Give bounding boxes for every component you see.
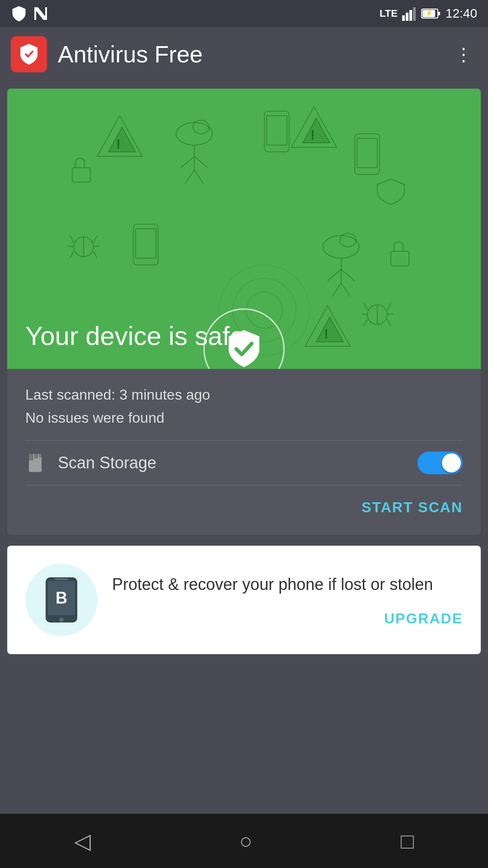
svg-rect-48 — [133, 224, 158, 265]
svg-line-36 — [70, 251, 74, 258]
svg-text:!: ! — [324, 327, 328, 341]
app-title: Antivirus Free — [58, 41, 203, 68]
shield-status-icon — [11, 5, 27, 22]
svg-rect-6 — [438, 12, 440, 15]
svg-marker-0 — [34, 7, 47, 20]
svg-point-24 — [193, 120, 209, 134]
status-left-icons — [11, 5, 49, 22]
svg-line-44 — [364, 319, 367, 326]
battery-icon: ⚡ — [421, 7, 441, 20]
svg-line-47 — [387, 319, 391, 326]
svg-line-22 — [185, 170, 194, 184]
svg-rect-54 — [72, 168, 90, 182]
protect-text-content: Protect & recover your phone if lost or … — [112, 573, 463, 627]
svg-line-29 — [332, 283, 341, 297]
protect-phone-icon: B — [34, 573, 89, 627]
recent-apps-button[interactable]: □ — [401, 829, 414, 854]
home-button[interactable]: ○ — [239, 829, 252, 854]
svg-line-34 — [70, 236, 74, 242]
protect-description: Protect & recover your phone if lost or … — [112, 573, 463, 596]
lte-label: LTE — [380, 8, 398, 19]
svg-line-46 — [387, 314, 393, 315]
time-display: 12:40 — [446, 6, 477, 21]
upgrade-button[interactable]: UPGRADE — [112, 610, 463, 627]
svg-point-18 — [176, 123, 212, 145]
sd-card-icon — [25, 452, 47, 474]
svg-rect-3 — [409, 10, 412, 21]
svg-line-21 — [194, 156, 208, 168]
svg-text:!: ! — [117, 137, 120, 151]
svg-text:B: B — [56, 589, 67, 607]
svg-text:!: ! — [311, 128, 314, 142]
svg-line-37 — [94, 236, 97, 242]
start-scan-button[interactable]: START SCAN — [361, 495, 463, 520]
device-safe-text: Your device is safe — [25, 321, 244, 351]
scan-storage-toggle[interactable] — [418, 452, 463, 474]
divider-1 — [25, 440, 463, 441]
svg-marker-10 — [108, 127, 136, 152]
svg-rect-66 — [55, 578, 68, 580]
protect-icon-circle: B — [25, 564, 98, 636]
svg-rect-53 — [357, 138, 377, 168]
green-safety-card: ! ! ! — [7, 89, 481, 369]
scan-info: Last scanned: 3 minutes ago No issues we… — [25, 383, 463, 429]
status-right-icons: LTE ⚡ 12:40 — [380, 6, 477, 21]
scan-storage-left: Scan Storage — [25, 452, 156, 474]
svg-rect-58 — [391, 251, 409, 266]
back-button[interactable]: ◁ — [74, 828, 91, 854]
svg-point-65 — [59, 618, 64, 622]
app-logo — [11, 36, 47, 72]
signal-icon — [402, 6, 417, 21]
svg-line-35 — [68, 246, 74, 247]
svg-rect-62 — [39, 454, 42, 458]
last-scanned-text: Last scanned: 3 minutes ago — [25, 383, 463, 406]
no-issues-text: No issues were found — [25, 406, 463, 429]
svg-rect-52 — [355, 134, 380, 175]
divider-2 — [25, 485, 463, 486]
scan-storage-row: Scan Storage — [25, 452, 463, 474]
svg-rect-2 — [406, 13, 408, 21]
svg-line-23 — [194, 170, 203, 184]
svg-line-39 — [94, 251, 97, 258]
svg-rect-50 — [264, 111, 289, 152]
status-bar: LTE ⚡ 12:40 — [0, 0, 488, 27]
svg-rect-49 — [136, 229, 156, 258]
svg-rect-60 — [29, 454, 33, 460]
app-bar-left: Antivirus Free — [11, 36, 203, 72]
svg-line-38 — [94, 246, 99, 247]
app-bar: Antivirus Free ⋮ — [0, 27, 488, 81]
svg-text:⚡: ⚡ — [425, 9, 433, 17]
app-logo-icon — [17, 42, 41, 66]
svg-line-27 — [328, 269, 341, 281]
navigation-bar: ◁ ○ □ — [0, 814, 488, 868]
svg-line-42 — [364, 303, 367, 310]
svg-line-20 — [181, 156, 194, 168]
svg-line-45 — [387, 303, 391, 310]
n-status-icon — [33, 5, 49, 22]
scan-storage-label: Scan Storage — [58, 453, 156, 472]
info-card: Last scanned: 3 minutes ago No issues we… — [7, 369, 481, 535]
svg-rect-1 — [402, 15, 405, 21]
svg-rect-51 — [267, 116, 287, 145]
overflow-menu-button[interactable]: ⋮ — [450, 39, 477, 69]
svg-rect-61 — [34, 454, 38, 458]
svg-marker-16 — [316, 317, 343, 342]
protect-card: B Protect & recover your phone if lost o… — [7, 546, 481, 654]
svg-point-31 — [340, 233, 356, 247]
svg-line-43 — [361, 314, 367, 315]
svg-line-30 — [341, 283, 350, 297]
svg-rect-4 — [413, 7, 416, 21]
svg-marker-13 — [303, 118, 330, 143]
toggle-knob — [442, 453, 461, 472]
main-content: ! ! ! — [0, 81, 488, 661]
svg-point-25 — [323, 236, 359, 258]
svg-line-28 — [341, 269, 355, 281]
start-scan-row: START SCAN — [25, 495, 463, 520]
